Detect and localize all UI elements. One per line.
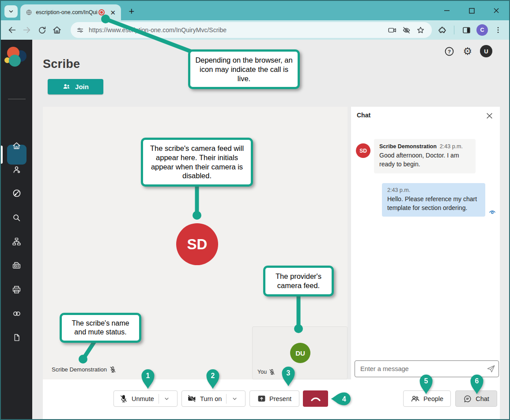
sidebar-item-links[interactable] xyxy=(1,304,32,323)
window-maximize-button[interactable] xyxy=(465,4,478,17)
join-button[interactable]: Join xyxy=(48,79,103,94)
annotation-marker-3: 3 xyxy=(281,366,296,387)
chat-message-text: Good afternoon, Doctor. I am ready to be… xyxy=(379,151,470,169)
muted-mic-icon xyxy=(110,366,116,373)
browser-profile-avatar[interactable]: C xyxy=(476,24,488,36)
printer-icon xyxy=(12,285,21,294)
sidebar-item-provider[interactable] xyxy=(1,160,32,179)
sidebar-item-network[interactable] xyxy=(1,232,32,251)
scribe-name-label: Scribe Demonstration xyxy=(52,366,107,373)
chat-message-time: 2:43 p.m. xyxy=(387,187,480,193)
forward-button[interactable] xyxy=(19,22,34,38)
scribe-avatar: SD xyxy=(176,223,218,265)
chat-message-input[interactable] xyxy=(355,365,484,372)
camera-on-label: Turn on xyxy=(200,395,222,402)
provider-avatar: DU xyxy=(290,343,310,363)
sitemap-icon xyxy=(12,237,21,246)
chat-message-text: Hello. Please reference my chart templat… xyxy=(387,195,480,213)
page-title: Scribe xyxy=(43,57,80,71)
browser-tab[interactable]: escription-one.com/InQuiry ✕ xyxy=(20,4,121,20)
user-avatar[interactable]: U xyxy=(480,45,492,57)
chat-panel: Chat SD Scribe Demonstration 2:43 p.m. G… xyxy=(351,107,500,420)
svg-text:2: 2 xyxy=(211,372,215,379)
people-label: People xyxy=(423,395,443,402)
camera-on-button[interactable]: Turn on xyxy=(182,391,226,406)
clinician-icon xyxy=(12,165,21,174)
send-message-button[interactable] xyxy=(484,361,499,376)
window-minimize-button[interactable] xyxy=(440,4,453,17)
svg-text:4: 4 xyxy=(342,395,346,403)
chat-close-button[interactable] xyxy=(484,111,494,120)
tab-search-button[interactable] xyxy=(4,5,18,18)
sidebar-item-search[interactable] xyxy=(1,208,32,227)
unmute-options-chevron[interactable] xyxy=(159,391,175,406)
home-icon xyxy=(12,141,21,150)
site-info-icon[interactable] xyxy=(76,26,84,34)
scribe-icon xyxy=(12,188,22,198)
side-panel-icon[interactable] xyxy=(459,22,474,38)
hang-up-button[interactable] xyxy=(303,390,328,407)
annotation-marker-6: 6 xyxy=(469,374,484,395)
sidebar-item-fax[interactable] xyxy=(1,256,32,275)
search-icon xyxy=(12,213,21,222)
kebab-menu-icon[interactable] xyxy=(491,22,506,38)
annotation-marker-5: 5 xyxy=(419,374,434,395)
camera-permission-icon[interactable] xyxy=(385,23,399,37)
home-button[interactable] xyxy=(49,22,64,38)
tab-close-button[interactable]: ✕ xyxy=(108,8,117,17)
window-close-button[interactable] xyxy=(490,4,503,17)
chat-panel-title: Chat xyxy=(357,112,370,119)
extensions-icon[interactable] xyxy=(434,22,450,38)
help-icon[interactable]: ? xyxy=(444,46,455,57)
seen-receipt-icon xyxy=(489,209,496,215)
annotation-marker-2: 2 xyxy=(205,368,220,390)
chat-message-avatar: SD xyxy=(356,143,370,158)
unmute-split-button: Unmute xyxy=(113,390,178,407)
present-label: Present xyxy=(269,395,291,402)
svg-text:?: ? xyxy=(448,49,451,54)
back-button[interactable] xyxy=(4,22,19,38)
sidebar-item-print[interactable] xyxy=(1,280,32,299)
camera-options-chevron[interactable] xyxy=(227,391,242,406)
sidebar-item-scribe[interactable] xyxy=(1,184,32,203)
sidebar-divider xyxy=(8,99,26,99)
app-logo xyxy=(1,45,32,68)
hang-up-icon xyxy=(310,395,321,402)
chat-message-sent: 2:43 p.m. Hello. Please reference my cha… xyxy=(382,183,485,217)
chat-bubble-icon xyxy=(463,394,472,403)
close-icon xyxy=(486,112,493,120)
svg-text:6: 6 xyxy=(475,377,479,385)
present-icon xyxy=(257,395,266,402)
reload-button[interactable] xyxy=(34,22,49,38)
chat-message-received: Scribe Demonstration 2:43 p.m. Good afte… xyxy=(374,139,476,173)
annotation-marker-1: 1 xyxy=(140,368,155,390)
new-tab-button[interactable]: + xyxy=(125,5,138,18)
sidebar-item-documents[interactable] xyxy=(1,328,32,347)
annotation-callout-scribe-camera: The scribe's camera feed will appear her… xyxy=(141,138,253,187)
people-icon xyxy=(411,394,420,403)
join-button-label: Join xyxy=(75,83,89,90)
browser-titlebar: escription-one.com/InQuiry ✕ + xyxy=(1,1,509,20)
provider-self-label: You xyxy=(257,369,267,375)
settings-gear-icon[interactable]: ⚙ xyxy=(463,46,472,56)
fax-icon xyxy=(12,261,21,270)
annotation-callout-provider-camera: The provider's camera feed. xyxy=(263,266,334,296)
browser-toolbar: https://www.escription-one.com/InQuiryMv… xyxy=(1,20,509,40)
join-people-icon xyxy=(62,83,71,91)
browser-window: escription-one.com/InQuiry ✕ + https://w… xyxy=(0,0,510,420)
svg-text:5: 5 xyxy=(424,377,428,385)
sidebar-item-home[interactable] xyxy=(1,136,32,155)
provider-video-tile: DU You xyxy=(252,326,348,379)
annotation-callout-live-icon: Depending on the browser, an icon may in… xyxy=(188,49,300,89)
send-icon xyxy=(486,364,496,374)
unmute-button[interactable]: Unmute xyxy=(114,391,159,406)
svg-text:1: 1 xyxy=(146,372,150,379)
present-button[interactable]: Present xyxy=(249,390,299,407)
chat-toggle-label: Chat xyxy=(476,395,489,402)
app-sidebar xyxy=(1,40,32,419)
tab-title: escription-one.com/InQuiry xyxy=(36,9,98,15)
eye-off-icon[interactable] xyxy=(399,23,413,37)
bookmark-star-icon[interactable] xyxy=(413,23,427,37)
url-bar[interactable]: https://www.escription-one.com/InQuiryMv… xyxy=(71,22,432,38)
annotation-callout-scribe-name: The scribe's name and mute status. xyxy=(60,313,141,343)
